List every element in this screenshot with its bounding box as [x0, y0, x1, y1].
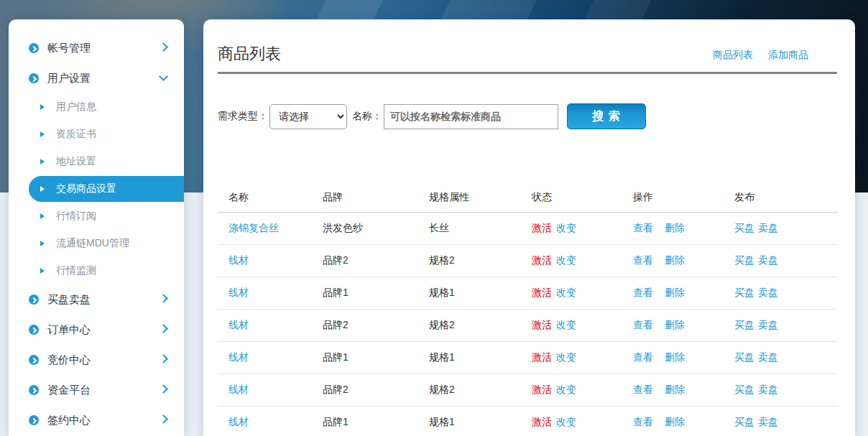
- view-link[interactable]: 查看: [633, 319, 653, 330]
- circle-arrow-icon: [29, 294, 39, 305]
- view-link[interactable]: 查看: [633, 384, 653, 395]
- spec-cell: 长丝: [429, 222, 449, 233]
- sidebar-item[interactable]: 竞价中心: [9, 345, 184, 375]
- chevron-icon: [159, 384, 168, 394]
- col-header-actions: 操作: [633, 183, 734, 212]
- delete-link[interactable]: 删除: [665, 319, 685, 330]
- sell-board-link[interactable]: 卖盘: [758, 416, 778, 427]
- sidebar-subitem[interactable]: 行情订阅: [9, 203, 184, 230]
- status-badge: 激活: [532, 287, 552, 298]
- table-header-row: 名称 品牌 规格属性 状态 操作 发布: [218, 183, 837, 212]
- change-status-link[interactable]: 改变: [556, 254, 576, 266]
- change-status-link[interactable]: 改变: [556, 287, 576, 298]
- buy-board-link[interactable]: 买盘: [734, 416, 754, 427]
- sidebar-item-label: 买盘卖盘: [47, 293, 160, 307]
- chevron-icon: [159, 354, 168, 363]
- product-name-link[interactable]: 线材: [228, 287, 249, 298]
- col-header-brand: 品牌: [323, 183, 429, 212]
- buy-board-link[interactable]: 买盘: [734, 384, 754, 395]
- change-status-link[interactable]: 改变: [556, 416, 576, 427]
- buy-board-link[interactable]: 买盘: [734, 319, 754, 330]
- chevron-icon: [159, 414, 168, 424]
- spec-cell: 规格2: [429, 319, 455, 330]
- sell-board-link[interactable]: 卖盘: [758, 351, 778, 363]
- sidebar-item[interactable]: 订单中心: [9, 315, 184, 345]
- name-label: 名称：: [352, 110, 382, 123]
- sidebar-item[interactable]: 资金平台: [9, 375, 184, 405]
- sidebar-item-label: 签约中心: [47, 414, 160, 427]
- sidebar-subitem[interactable]: 用户信息: [9, 93, 184, 121]
- nav-link-product-list[interactable]: 商品列表: [713, 49, 753, 60]
- brand-cell: 品牌1: [323, 351, 348, 363]
- product-name-link[interactable]: 线材: [228, 384, 249, 395]
- buy-board-link[interactable]: 买盘: [734, 351, 754, 363]
- sidebar-subitem[interactable]: 行情监测: [9, 257, 184, 284]
- table-row: 线材 品牌2 规格2 激活改变 查看删除 买盘卖盘: [218, 374, 837, 406]
- view-link[interactable]: 查看: [633, 254, 653, 266]
- table-row: 线材 品牌2 规格2 激活改变 查看删除 买盘卖盘: [218, 244, 837, 277]
- spec-cell: 规格2: [429, 254, 455, 266]
- chevron-icon: [159, 42, 168, 52]
- change-status-link[interactable]: 改变: [556, 384, 576, 395]
- circle-arrow-icon: [29, 415, 39, 425]
- change-status-link[interactable]: 改变: [556, 222, 576, 233]
- product-name-input[interactable]: [384, 104, 558, 129]
- product-name-link[interactable]: 线材: [228, 254, 249, 266]
- change-status-link[interactable]: 改变: [556, 351, 576, 363]
- status-badge: 激活: [532, 416, 552, 427]
- circle-arrow-icon: [29, 355, 39, 365]
- buy-board-link[interactable]: 买盘: [734, 287, 754, 298]
- nav-link-add-product[interactable]: 添加商品: [768, 49, 808, 60]
- view-link[interactable]: 查看: [633, 287, 653, 298]
- demand-type-select[interactable]: 请选择: [269, 104, 347, 129]
- delete-link[interactable]: 删除: [665, 351, 685, 363]
- sidebar-subitem-label: 行情监测: [56, 264, 96, 277]
- buy-board-link[interactable]: 买盘: [734, 222, 754, 233]
- view-link[interactable]: 查看: [633, 416, 653, 427]
- sidebar-subitem[interactable]: 资质证书: [9, 121, 184, 148]
- sell-board-link[interactable]: 卖盘: [758, 287, 778, 298]
- product-name-link[interactable]: 线材: [228, 416, 249, 427]
- sidebar-subitem[interactable]: 地址设置: [9, 148, 184, 175]
- product-name-link[interactable]: 涤锦复合丝: [228, 222, 279, 233]
- view-link[interactable]: 查看: [633, 351, 653, 363]
- sidebar-item-label: 用户设置: [47, 72, 160, 85]
- delete-link[interactable]: 删除: [665, 287, 685, 298]
- change-status-link[interactable]: 改变: [556, 319, 576, 330]
- sidebar-subitem[interactable]: 流通链MDU管理: [9, 230, 184, 257]
- status-badge: 激活: [532, 384, 552, 395]
- sidebar-subitem-active[interactable]: 交易商品设置: [29, 176, 184, 202]
- sidebar-item[interactable]: 签约中心: [9, 405, 184, 435]
- search-button[interactable]: 搜 索: [567, 103, 646, 129]
- circle-arrow-icon: [29, 43, 39, 53]
- status-badge: 激活: [532, 222, 552, 233]
- product-name-link[interactable]: 线材: [228, 319, 249, 330]
- delete-link[interactable]: 删除: [665, 254, 685, 266]
- sell-board-link[interactable]: 卖盘: [758, 384, 778, 395]
- sidebar-item[interactable]: 帐号管理: [9, 33, 184, 63]
- header-nav: 商品列表 添加商品: [701, 49, 837, 65]
- buy-board-link[interactable]: 买盘: [734, 254, 754, 266]
- product-name-link[interactable]: 线材: [228, 351, 249, 363]
- page-title: 商品列表: [218, 43, 281, 65]
- sidebar-item[interactable]: 用户设置: [9, 63, 184, 93]
- brand-cell: 品牌2: [323, 384, 348, 395]
- triangle-icon: [40, 241, 45, 246]
- chevron-icon: [159, 324, 168, 333]
- delete-link[interactable]: 删除: [665, 222, 685, 233]
- sidebar-item[interactable]: 买盘卖盘: [9, 284, 184, 315]
- brand-cell: 品牌1: [323, 416, 348, 427]
- sidebar-subitem-label: 流通链MDU管理: [56, 237, 129, 250]
- circle-arrow-icon: [29, 325, 39, 335]
- sell-board-link[interactable]: 卖盘: [758, 319, 778, 330]
- spec-cell: 规格1: [429, 351, 455, 363]
- product-table-body: 涤锦复合丝 洪发色纱 长丝 激活改变 查看删除 买盘卖盘 线材 品牌2 规格2 …: [218, 212, 837, 436]
- table-row: 涤锦复合丝 洪发色纱 长丝 激活改变 查看删除 买盘卖盘: [218, 212, 837, 244]
- delete-link[interactable]: 删除: [665, 416, 685, 427]
- chevron-icon: [159, 72, 168, 81]
- sell-board-link[interactable]: 卖盘: [758, 254, 778, 266]
- delete-link[interactable]: 删除: [665, 384, 685, 395]
- sidebar-item-label: 资金平台: [47, 384, 160, 397]
- view-link[interactable]: 查看: [633, 222, 653, 233]
- sell-board-link[interactable]: 卖盘: [758, 222, 778, 233]
